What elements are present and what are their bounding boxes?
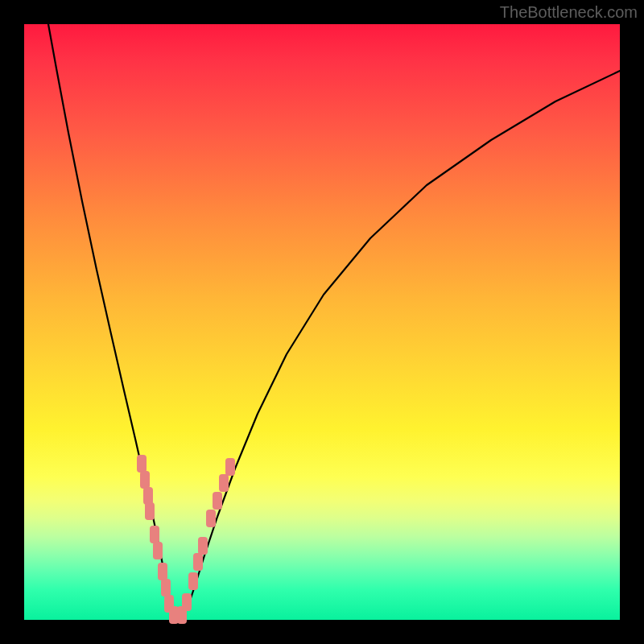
marker-point — [225, 458, 235, 476]
marker-point — [193, 553, 203, 571]
marker-point — [161, 579, 171, 597]
marker-point — [150, 526, 159, 543]
marker-cluster — [137, 455, 235, 624]
marker-point — [182, 593, 192, 611]
chart-outer-frame: TheBottleneck.com — [0, 0, 644, 644]
curve-right-branch — [184, 71, 620, 616]
marker-point — [219, 474, 229, 492]
marker-point — [153, 542, 163, 559]
attribution-watermark: TheBottleneck.com — [500, 3, 638, 22]
chart-plot-area — [24, 24, 620, 620]
marker-point — [143, 487, 153, 505]
marker-point — [137, 455, 147, 473]
chart-svg — [24, 24, 620, 620]
marker-point — [158, 563, 167, 580]
marker-point — [213, 492, 222, 510]
marker-point — [145, 502, 155, 520]
marker-point — [198, 537, 208, 555]
marker-point — [206, 510, 216, 527]
marker-point — [140, 471, 150, 489]
marker-point — [188, 572, 198, 590]
